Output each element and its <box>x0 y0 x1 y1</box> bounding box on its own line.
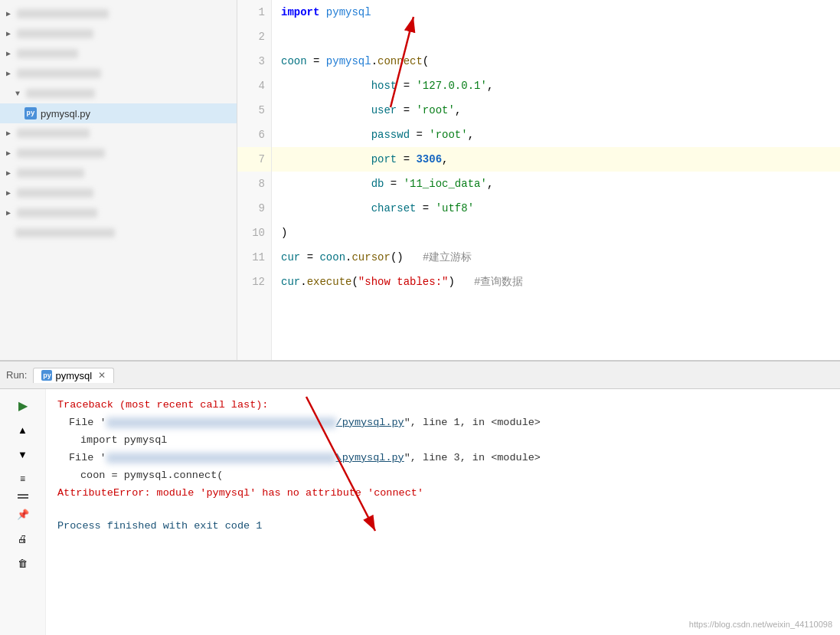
up-button[interactable]: ▲ <box>14 421 32 439</box>
tab-py-icon: py <box>41 370 52 381</box>
list-button[interactable]: ≡ <box>14 470 32 488</box>
run-sidebar-icons: ▶ ▲ ▼ ≡ 📌 🖨 🗑 <box>14 393 32 572</box>
blurred-item <box>17 69 101 78</box>
run-sidebar: ▶ ▲ ▼ ≡ 📌 🖨 🗑 <box>0 389 46 635</box>
val-db: '11_ioc_data' <box>404 172 487 196</box>
line-num-5: 5 <box>237 98 271 123</box>
output-line-coon: coon = pymysql.connect( <box>57 467 829 485</box>
sidebar-item[interactable]: ▶ <box>0 143 237 163</box>
val-charset: 'utf8' <box>436 196 474 221</box>
output-line-empty <box>57 502 829 518</box>
sidebar-item[interactable]: ▶ <box>0 4 237 24</box>
code-line-11: cur = coon.cursor() #建立游标 <box>272 245 840 270</box>
chevron-right-icon: ▶ <box>6 188 11 198</box>
param-port: port <box>371 147 397 172</box>
blurred-item <box>17 9 109 18</box>
val-user: 'root' <box>416 98 454 123</box>
file-label-2: File ' <box>69 450 106 467</box>
var-cur: cur <box>281 245 300 270</box>
file-sidebar[interactable]: ▶ ▶ ▶ ▶ ▼ py pymysql.py ▶ ▶ <box>0 0 237 360</box>
file-link-2[interactable]: \pymysql.py <box>336 450 404 467</box>
traceback-text: Traceback (most recent call last): <box>57 397 268 414</box>
blurred-item <box>17 169 84 178</box>
sidebar-file-name: pymysql.py <box>41 108 90 119</box>
sidebar-item[interactable]: ▶ <box>0 183 237 203</box>
module-name: pymysql <box>326 0 371 25</box>
run-tab-pymysql[interactable]: py pymysql ✕ <box>33 368 114 383</box>
attribute-error-text: AttributeError: module 'pymysql' has no … <box>57 485 423 502</box>
chevron-right-icon: ▶ <box>6 49 11 58</box>
align-button[interactable] <box>14 494 32 499</box>
file-link-1[interactable]: /pymysql.py <box>336 414 404 432</box>
code-panel: 1 2 3 4 5 6 7 8 9 10 11 12 import pymysq… <box>237 0 840 360</box>
sidebar-item[interactable]: ▶ <box>0 24 237 44</box>
python-file-icon: py <box>25 107 37 119</box>
output-line-error: AttributeError: module 'pymysql' has no … <box>57 485 829 502</box>
line-numbers: 1 2 3 4 5 6 7 8 9 10 11 12 <box>237 0 272 360</box>
path-blurred-2 <box>106 453 336 463</box>
pin-button[interactable]: 📌 <box>14 505 32 523</box>
blurred-item <box>15 228 115 237</box>
comment-cursor: #建立游标 <box>423 245 472 270</box>
print-button[interactable]: 🖨 <box>14 529 32 548</box>
val-host: '127.0.0.1' <box>416 74 486 98</box>
chevron-right-icon: ▶ <box>6 208 11 218</box>
param-passwd: passwd <box>371 123 410 147</box>
line-num-3: 3 <box>237 49 271 74</box>
blurred-item <box>17 29 93 38</box>
coon-line-text: coon = pymysql.connect( <box>80 467 223 485</box>
param-db: db <box>371 172 384 196</box>
blurred-item <box>17 188 93 198</box>
file-line-info-2: ", line 3, in <module> <box>404 450 541 467</box>
val-sql: "show tables:" <box>358 270 449 294</box>
output-line-import: import pymysql <box>57 432 829 450</box>
sidebar-item-pymysql[interactable]: py pymysql.py <box>0 103 237 123</box>
line-num-7: 7 <box>237 147 271 172</box>
chevron-down-icon: ▼ <box>15 90 20 98</box>
param-charset: charset <box>371 196 417 221</box>
output-line-traceback: Traceback (most recent call last): <box>57 397 829 414</box>
sidebar-item[interactable]: ▶ <box>0 203 237 223</box>
chevron-right-icon: ▶ <box>6 149 11 158</box>
sidebar-item[interactable]: ▼ <box>0 83 237 103</box>
run-toolbar: Run: py pymysql ✕ <box>0 362 840 389</box>
code-line-12: cur.execute("show tables:") #查询数据 <box>272 270 840 294</box>
line-num-6: 6 <box>237 123 271 147</box>
tab-close-icon[interactable]: ✕ <box>98 370 106 381</box>
chevron-right-icon: ▶ <box>6 69 11 78</box>
line-num-10: 10 <box>237 221 271 245</box>
line-num-9: 9 <box>237 196 271 221</box>
run-panel: Run: py pymysql ✕ ▶ ▲ ▼ ≡ 📌 🖨 🗑 <box>0 360 840 635</box>
file-line-info-1: ", line 1, in <module> <box>404 414 541 432</box>
editor-area: ▶ ▶ ▶ ▶ ▼ py pymysql.py ▶ ▶ <box>0 0 840 360</box>
blurred-item <box>26 89 95 98</box>
chevron-right-icon: ▶ <box>6 169 11 178</box>
comment-query: #查询数据 <box>474 270 523 294</box>
code-line-10: ) <box>272 221 840 245</box>
var-cur2: cur <box>281 270 300 294</box>
import-line-text: import pymysql <box>80 432 167 450</box>
process-text: Process finished with exit code 1 <box>57 518 262 535</box>
chevron-right-icon: ▶ <box>6 29 11 38</box>
sidebar-item[interactable]: ▶ <box>0 163 237 183</box>
line-num-1: 1 <box>237 0 271 25</box>
sidebar-item[interactable]: ▶ <box>0 44 237 64</box>
sidebar-item[interactable]: ▶ <box>0 123 237 143</box>
val-passwd: 'root' <box>429 123 467 147</box>
line-num-11: 11 <box>237 245 271 270</box>
output-line-file2: File ' \pymysql.py ", line 3, in <module… <box>57 450 829 467</box>
chevron-right-icon: ▶ <box>6 9 11 18</box>
run-label: Run: <box>6 369 27 381</box>
line-num-12: 12 <box>237 270 271 294</box>
code-line-1: import pymysql <box>272 0 840 25</box>
down-button[interactable]: ▼ <box>14 445 32 463</box>
line-num-8: 8 <box>237 172 271 196</box>
sidebar-item[interactable] <box>0 223 237 243</box>
code-line-2 <box>272 25 840 49</box>
run-tab-name: pymysql <box>55 370 92 381</box>
sidebar-item[interactable]: ▶ <box>0 64 237 83</box>
delete-button[interactable]: 🗑 <box>14 554 32 572</box>
var-coon2: coon <box>319 245 345 270</box>
func-cursor: cursor <box>351 245 390 270</box>
play-button[interactable]: ▶ <box>14 396 32 414</box>
